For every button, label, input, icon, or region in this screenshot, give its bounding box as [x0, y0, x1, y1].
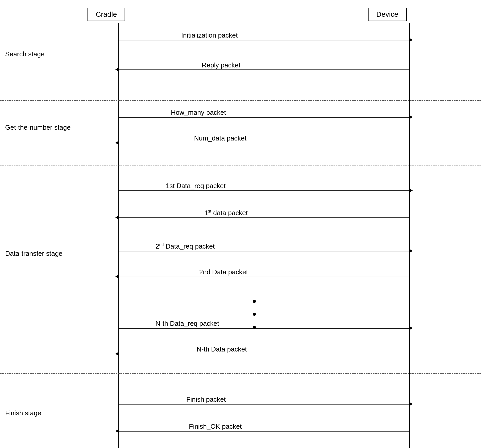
arrow-line-howmany: [119, 117, 409, 118]
label-datareqn: N-th Data_req packet: [154, 320, 220, 328]
label-datareq2: 2nd Data_req packet: [154, 242, 216, 250]
arrow-head-data1: [115, 215, 119, 219]
label-data2: 2nd Data packet: [198, 268, 249, 276]
label-howmany: How_many packet: [170, 109, 227, 117]
label-finishok: Finish_OK packet: [188, 423, 243, 431]
arrow-head-datareq2: [409, 249, 413, 253]
label-datareq1: 1st Data_req packet: [165, 182, 227, 190]
arrow-head-datareqn: [409, 326, 413, 330]
arrow-line-datareq1: [119, 190, 409, 191]
arrow-head-finishok: [115, 429, 119, 433]
arrow-line-finish: [119, 404, 409, 405]
arrow-line-datareqn: [119, 328, 409, 329]
label-datan: N-th Data packet: [196, 345, 248, 353]
arrow-line-datareq2: [119, 251, 409, 251]
label-finish: Finish packet: [185, 396, 227, 403]
arrow-line-data1: [119, 217, 409, 218]
label-init: Initialization packet: [180, 31, 239, 39]
arrow-head-data2: [115, 275, 119, 279]
arrow-line-numdata: [119, 143, 409, 143]
lifeline-cradle: [118, 23, 119, 448]
arrow-head-finish: [409, 402, 413, 406]
arrow-head-reply: [115, 67, 119, 72]
arrow-line-reply: [119, 69, 409, 70]
arrow-line-data2: [119, 277, 409, 277]
dashed-separator-2: [0, 165, 481, 165]
stage-get-number: Get-the-number stage: [5, 124, 71, 131]
stage-finish: Finish stage: [5, 409, 41, 417]
dashed-separator-1: [0, 100, 481, 101]
arrow-head-howmany: [409, 115, 413, 119]
lifeline-device: [409, 23, 410, 448]
entity-cradle: Cradle: [88, 8, 125, 21]
arrow-line-init: [119, 40, 409, 40]
arrow-head-datareq1: [409, 188, 413, 192]
arrow-head-numdata: [115, 141, 119, 145]
arrow-line-datan: [119, 354, 409, 354]
arrow-head-init: [409, 38, 413, 42]
label-numdata: Num_data packet: [193, 134, 248, 142]
sequence-diagram: Cradle Device Search stage Get-the-numbe…: [0, 0, 481, 448]
arrow-head-datan: [115, 352, 119, 356]
entity-device: Device: [368, 8, 407, 21]
stage-search: Search stage: [5, 50, 45, 58]
continuation-dots: ●●●: [252, 295, 257, 333]
label-reply: Reply packet: [201, 61, 241, 69]
arrow-line-finishok: [119, 431, 409, 432]
dashed-separator-3: [0, 373, 481, 374]
label-data1: 1st data packet: [203, 209, 249, 217]
stage-data-transfer: Data-transfer stage: [5, 250, 63, 258]
